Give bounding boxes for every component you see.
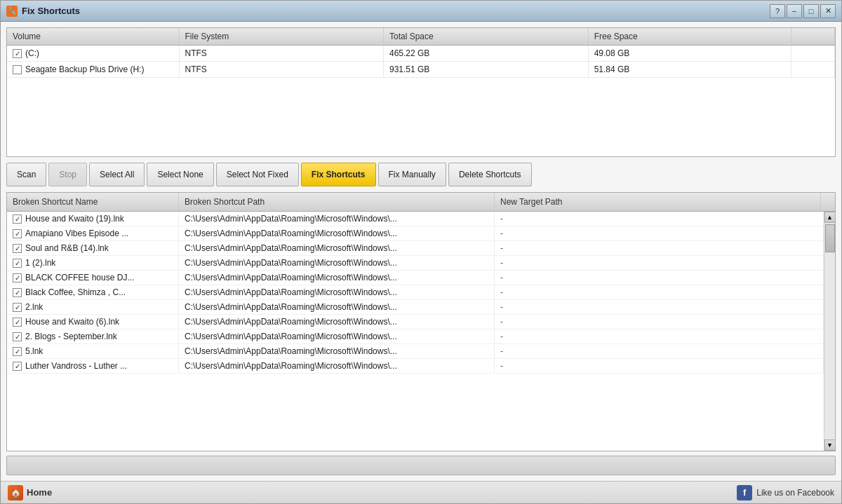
results-row[interactable]: BLACK COFFEE house DJ... C:\Users\Admin\… xyxy=(7,271,824,285)
stop-button[interactable]: Stop xyxy=(48,163,87,186)
title-bar: 🔧 Fix Shortcuts ? − □ ✕ xyxy=(1,1,841,22)
shortcut-name: House and Kwaito (19).lnk xyxy=(25,214,124,224)
select-none-button[interactable]: Select None xyxy=(147,163,213,186)
row-checkbox[interactable] xyxy=(13,362,22,371)
window-controls: ? − □ ✕ xyxy=(770,4,836,18)
volume-name: Seagate Backup Plus Drive (H:) xyxy=(25,64,144,74)
shortcut-name-cell: BLACK COFFEE house DJ... xyxy=(7,271,179,285)
results-row[interactable]: 2.lnk C:\Users\Admin\AppData\Roaming\Mic… xyxy=(7,300,824,315)
filesystem-cell: NTFS xyxy=(179,46,384,62)
results-row[interactable]: Black Coffee, Shimza , C... C:\Users\Adm… xyxy=(7,285,824,300)
shortcut-name: House and Kwaito (6).lnk xyxy=(25,317,119,327)
row-checkbox[interactable] xyxy=(13,332,22,341)
shortcut-name: 2. Blogs - September.lnk xyxy=(25,332,117,341)
shortcut-name-cell: Soul and R&B (14).lnk xyxy=(7,241,179,255)
volume-checkbox[interactable] xyxy=(13,65,22,74)
volume-table: Volume File System Total Space Free Spac… xyxy=(7,28,835,78)
results-row[interactable]: 1 (2).lnk C:\Users\Admin\AppData\Roaming… xyxy=(7,256,824,271)
results-body[interactable]: House and Kwaito (19).lnk C:\Users\Admin… xyxy=(7,212,824,451)
results-row[interactable]: House and Kwaito (19).lnk C:\Users\Admin… xyxy=(7,212,824,226)
totalspace-cell: 931.51 GB xyxy=(384,62,589,78)
shortcut-name-cell: Black Coffee, Shimza , C... xyxy=(7,285,179,299)
broken-name-header: Broken Shortcut Name xyxy=(7,193,179,211)
extra-cell xyxy=(791,62,834,78)
scroll-thumb[interactable] xyxy=(825,224,835,252)
shortcut-target-cell: - xyxy=(495,315,824,329)
results-row[interactable]: Luther Vandross - Luther ... C:\Users\Ad… xyxy=(7,359,824,374)
totalspace-col-header: Total Space xyxy=(384,28,589,46)
home-icon: 🏠 xyxy=(8,485,23,500)
minimize-button[interactable]: − xyxy=(787,4,802,18)
shortcut-target-cell: - xyxy=(495,329,824,343)
row-checkbox[interactable] xyxy=(13,318,22,327)
row-checkbox[interactable] xyxy=(13,259,22,268)
volume-row[interactable]: Seagate Backup Plus Drive (H:) NTFS 931.… xyxy=(7,62,835,78)
scroll-up-button[interactable]: ▲ xyxy=(824,212,836,223)
shortcut-target-cell: - xyxy=(495,212,824,226)
shortcut-name: Amapiano Vibes Episode ... xyxy=(25,229,128,238)
volume-row[interactable]: (C:) NTFS 465.22 GB 49.08 GB xyxy=(7,46,835,62)
row-checkbox[interactable] xyxy=(13,273,22,282)
results-header: Broken Shortcut Name Broken Shortcut Pat… xyxy=(7,193,835,212)
close-button[interactable]: ✕ xyxy=(820,4,836,18)
toolbar: Scan Stop Select All Select None Select … xyxy=(6,161,836,188)
shortcut-path-cell: C:\Users\Admin\AppData\Roaming\Microsoft… xyxy=(179,315,495,329)
facebook-link[interactable]: f Like us on Facebook xyxy=(737,485,834,500)
row-checkbox[interactable] xyxy=(13,347,22,356)
totalspace-cell: 465.22 GB xyxy=(384,46,589,62)
scan-button[interactable]: Scan xyxy=(6,163,46,186)
results-row[interactable]: Soul and R&B (14).lnk C:\Users\Admin\App… xyxy=(7,241,824,256)
extra-cell xyxy=(791,46,834,62)
scroll-down-button[interactable]: ▼ xyxy=(824,440,836,451)
extra-col-header xyxy=(791,28,834,46)
scrollbar[interactable]: ▲ ▼ xyxy=(824,212,835,451)
shortcut-name: Black Coffee, Shimza , C... xyxy=(25,287,126,297)
results-row[interactable]: 2. Blogs - September.lnk C:\Users\Admin\… xyxy=(7,329,824,344)
home-button[interactable]: 🏠 Home xyxy=(8,485,52,500)
row-checkbox[interactable] xyxy=(13,229,22,238)
app-icon: 🔧 xyxy=(6,6,18,17)
shortcut-path-cell: C:\Users\Admin\AppData\Roaming\Microsoft… xyxy=(179,256,495,270)
shortcut-name: 5.lnk xyxy=(25,346,43,356)
filesystem-cell: NTFS xyxy=(179,62,384,78)
row-checkbox[interactable] xyxy=(13,214,22,224)
volume-col-header: Volume xyxy=(7,28,179,46)
status-bar xyxy=(6,456,836,475)
facebook-icon: f xyxy=(737,485,752,500)
scroll-col-header xyxy=(821,193,835,211)
shortcut-name: BLACK COFFEE house DJ... xyxy=(25,273,134,282)
select-not-fixed-button[interactable]: Select Not Fixed xyxy=(216,163,299,186)
maximize-button[interactable]: □ xyxy=(803,4,819,18)
freespace-col-header: Free Space xyxy=(588,28,791,46)
freespace-cell: 49.08 GB xyxy=(588,46,791,62)
delete-shortcuts-button[interactable]: Delete Shortcuts xyxy=(448,163,532,186)
shortcut-target-cell: - xyxy=(495,241,824,255)
row-checkbox[interactable] xyxy=(13,303,22,312)
results-row[interactable]: Amapiano Vibes Episode ... C:\Users\Admi… xyxy=(7,226,824,241)
new-target-header: New Target Path xyxy=(495,193,821,211)
select-all-button[interactable]: Select All xyxy=(89,163,145,186)
shortcut-path-cell: C:\Users\Admin\AppData\Roaming\Microsoft… xyxy=(179,329,495,343)
row-checkbox[interactable] xyxy=(13,288,22,297)
shortcut-name: Luther Vandross - Luther ... xyxy=(25,361,127,371)
help-button[interactable]: ? xyxy=(770,4,785,18)
results-row[interactable]: House and Kwaito (6).lnk C:\Users\Admin\… xyxy=(7,315,824,329)
results-row[interactable]: 5.lnk C:\Users\Admin\AppData\Roaming\Mic… xyxy=(7,344,824,359)
fix-shortcuts-button[interactable]: Fix Shortcuts xyxy=(301,163,376,186)
shortcut-target-cell: - xyxy=(495,359,824,373)
shortcut-name-cell: Amapiano Vibes Episode ... xyxy=(7,226,179,240)
shortcut-path-cell: C:\Users\Admin\AppData\Roaming\Microsoft… xyxy=(179,212,495,226)
shortcut-name-cell: 2.lnk xyxy=(7,300,179,314)
fix-manually-button[interactable]: Fix Manually xyxy=(378,163,446,186)
shortcut-name-cell: 1 (2).lnk xyxy=(7,256,179,270)
shortcut-path-cell: C:\Users\Admin\AppData\Roaming\Microsoft… xyxy=(179,359,495,373)
volume-checkbox[interactable] xyxy=(13,49,22,58)
window-title: Fix Shortcuts xyxy=(22,6,770,16)
shortcut-target-cell: - xyxy=(495,285,824,299)
row-checkbox[interactable] xyxy=(13,244,22,253)
volume-panel: Volume File System Total Space Free Spac… xyxy=(6,27,836,157)
volume-cell: Seagate Backup Plus Drive (H:) xyxy=(7,62,179,78)
footer: 🏠 Home f Like us on Facebook xyxy=(1,481,841,503)
shortcut-name-cell: 2. Blogs - September.lnk xyxy=(7,329,179,343)
shortcut-path-cell: C:\Users\Admin\AppData\Roaming\Microsoft… xyxy=(179,285,495,299)
